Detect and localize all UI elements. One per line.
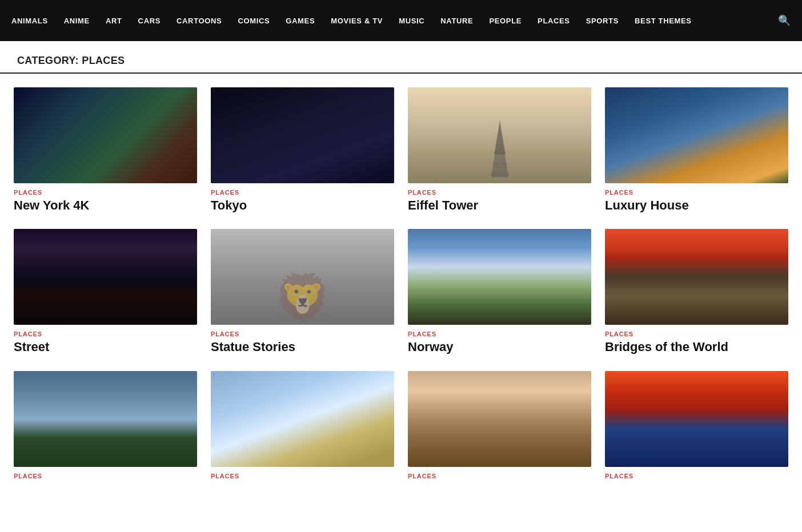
card-bridges[interactable]: PLACESBridges of the World <box>605 229 788 354</box>
nav-item-people[interactable]: PEOPLE <box>489 17 522 25</box>
card-norway[interactable]: PLACESNorway <box>408 229 591 354</box>
card-category-luxury: PLACES <box>605 189 788 196</box>
card-title-street: Street <box>14 340 197 354</box>
topbar: ANIMALSANIMEARTCARSCARTOONSCOMICSGAMESMO… <box>0 0 802 41</box>
card-title-luxury: Luxury House <box>605 198 788 213</box>
nav-item-art[interactable]: ART <box>106 17 122 25</box>
nav-item-movies-tv[interactable]: MOVIES & TV <box>331 17 383 25</box>
card-image-luxury <box>605 87 788 183</box>
svg-marker-1 <box>494 120 506 155</box>
nav-item-sports[interactable]: SPORTS <box>586 17 619 25</box>
card-category-bridges: PLACES <box>605 331 788 337</box>
nav-item-comics[interactable]: COMICS <box>238 17 270 25</box>
card-image-eiffel <box>408 87 591 183</box>
nav-item-cars[interactable]: CARS <box>138 17 161 25</box>
card-image-norway <box>408 229 591 325</box>
nav-item-animals[interactable]: ANIMALS <box>11 17 48 25</box>
card-tokyo[interactable]: PLACESTokyo <box>211 87 394 213</box>
nav-item-music[interactable]: MUSIC <box>399 17 424 25</box>
card-category-eiffel: PLACES <box>408 189 591 196</box>
nav-item-best-themes[interactable]: BEST THEMES <box>635 17 692 25</box>
card-image-sunset2 <box>605 371 788 467</box>
card-title-statue: Statue Stories <box>211 340 394 354</box>
card-title-tokyo: Tokyo <box>211 198 394 213</box>
card-dome[interactable]: PLACES <box>211 371 394 482</box>
card-image-bridges <box>605 229 788 325</box>
card-image-new-york <box>14 87 197 183</box>
nav-item-games[interactable]: GAMES <box>286 17 315 25</box>
search-button[interactable]: 🔍 <box>778 14 791 27</box>
card-category-tokyo: PLACES <box>211 189 394 196</box>
nav-item-nature[interactable]: NATURE <box>440 17 473 25</box>
category-heading: CATEGORY: PLACES <box>0 41 802 74</box>
card-image-statue: 🦁 <box>211 229 394 325</box>
card-title-new-york: New York 4K <box>14 198 197 213</box>
card-title-norway: Norway <box>408 340 591 354</box>
card-category-dome: PLACES <box>211 473 394 479</box>
card-eiffel[interactable]: PLACESEiffel Tower <box>408 87 591 213</box>
card-grid: PLACESNew York 4KPLACESTokyo PLACESEiffe… <box>0 87 802 495</box>
card-street[interactable]: PLACESStreet <box>14 229 197 354</box>
card-statue[interactable]: 🦁PLACESStatue Stories <box>211 229 394 354</box>
svg-rect-3 <box>491 174 509 176</box>
card-new-york[interactable]: PLACESNew York 4K <box>14 87 197 213</box>
card-luxury[interactable]: PLACESLuxury House <box>605 87 788 213</box>
category-title: CATEGORY: PLACES <box>17 55 785 67</box>
card-category-statue: PLACES <box>211 331 394 337</box>
card-image-waterfall <box>14 371 197 467</box>
card-title-bridges: Bridges of the World <box>605 340 788 354</box>
card-image-city2 <box>408 371 591 467</box>
card-sunset2[interactable]: PLACES <box>605 371 788 482</box>
nav-item-places[interactable]: PLACES <box>538 17 570 25</box>
nav-item-anime[interactable]: ANIME <box>64 17 90 25</box>
card-image-dome <box>211 371 394 467</box>
card-category-city2: PLACES <box>408 473 591 479</box>
card-image-tokyo <box>211 87 394 183</box>
svg-rect-4 <box>494 152 506 154</box>
main-nav: ANIMALSANIMEARTCARSCARTOONSCOMICSGAMESMO… <box>11 17 778 25</box>
card-title-eiffel: Eiffel Tower <box>408 198 591 213</box>
card-waterfall[interactable]: PLACES <box>14 371 197 482</box>
svg-rect-2 <box>492 163 507 165</box>
card-category-sunset2: PLACES <box>605 473 788 479</box>
card-image-street <box>14 229 197 325</box>
card-city2[interactable]: PLACES <box>408 371 591 482</box>
card-category-new-york: PLACES <box>14 189 197 196</box>
card-category-waterfall: PLACES <box>14 473 197 479</box>
card-category-street: PLACES <box>14 331 197 337</box>
nav-item-cartoons[interactable]: CARTOONS <box>177 17 222 25</box>
card-category-norway: PLACES <box>408 331 591 337</box>
